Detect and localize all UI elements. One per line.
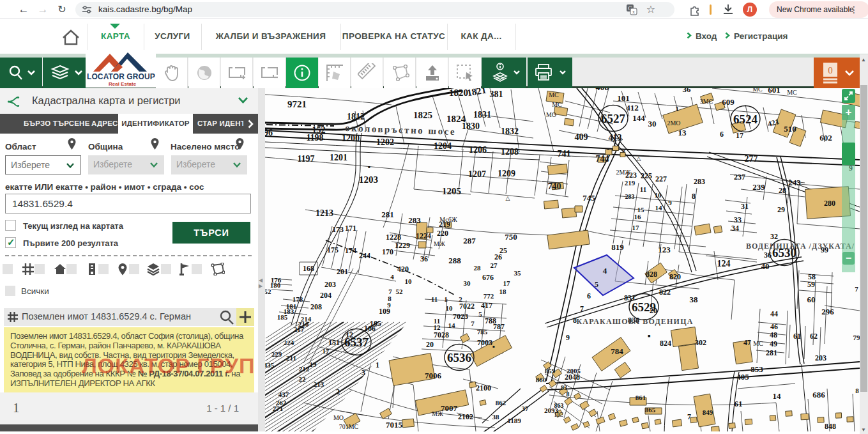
pan-tool-button[interactable] xyxy=(156,58,188,88)
locator-group-logo: LOCATOR GROUP Real Estate xyxy=(86,51,156,88)
map-label: 1825 xyxy=(413,110,432,120)
zoom-slider-handle[interactable] xyxy=(842,143,855,165)
scroll-down-arrow-icon[interactable]: ▼ xyxy=(861,427,866,433)
type-checkbox-polygon[interactable] xyxy=(192,264,202,274)
globe-tool-button[interactable] xyxy=(188,58,220,88)
home-icon[interactable] xyxy=(54,26,88,48)
map-label: МС xyxy=(549,91,559,98)
page-scrollbar[interactable]: ▲ ▼ xyxy=(860,54,868,434)
naseleno-select[interactable]: Изберете xyxy=(171,155,247,174)
site-info-icon[interactable] xyxy=(82,5,92,14)
first200-checkbox[interactable]: ✓ xyxy=(5,237,16,248)
map-label: ПС xyxy=(554,411,563,418)
current-view-checkrow[interactable]: Текущ изглед на картата xyxy=(5,220,168,231)
nav-tab-kakda[interactable]: КАК ДА... xyxy=(447,19,515,54)
result-list-item[interactable]: Поземлен имот 14831.6529.4 с. Герман xyxy=(4,308,254,326)
nav-tab-uslugi[interactable]: УСЛУГИ xyxy=(144,19,201,54)
layers-tool-button[interactable] xyxy=(43,58,89,88)
back-icon[interactable]: ← xyxy=(16,2,31,17)
map-label: 437 xyxy=(278,391,289,398)
zoom-slider-track[interactable] xyxy=(842,105,855,272)
print-dropdown-button[interactable] xyxy=(528,58,572,88)
result-add-icon[interactable] xyxy=(236,308,254,326)
nav-tab-karta[interactable]: КАРТА xyxy=(88,19,144,54)
result-zoom-icon[interactable] xyxy=(217,308,236,326)
zoom-out-button[interactable]: − xyxy=(842,252,855,265)
oblast-select[interactable]: Изберете xyxy=(5,155,81,174)
map-label: 784 xyxy=(611,346,623,356)
sidebar-collapse-chevron-icon[interactable] xyxy=(238,97,248,104)
cadastre-map[interactable]: 652765246530652965376536 972196152119812… xyxy=(265,88,868,431)
login-link[interactable]: Вход xyxy=(687,19,717,54)
pinned-extension-badge[interactable] xyxy=(710,4,712,15)
map-label: 2100 xyxy=(476,384,491,392)
page-number[interactable]: 1 xyxy=(13,400,20,416)
measure-distance-button[interactable] xyxy=(351,58,383,88)
map-label: 828 xyxy=(646,270,657,279)
map-label: 52 xyxy=(396,288,404,295)
scroll-up-arrow-icon[interactable]: ▲ xyxy=(861,57,866,63)
info-layers-dropdown-button[interactable] xyxy=(482,58,526,88)
map-label: 9721 xyxy=(287,99,307,109)
type-checkbox-building[interactable] xyxy=(66,264,77,274)
map-label: 676 xyxy=(482,273,494,282)
forward-icon[interactable]: → xyxy=(35,2,50,17)
info-tool-button[interactable] xyxy=(286,58,318,88)
sidebar-header[interactable]: Кадастрална карта и регистри xyxy=(0,88,258,114)
type-checkbox-grid[interactable] xyxy=(3,264,13,274)
map-label: 1206 xyxy=(469,145,487,155)
measure-area-button[interactable] xyxy=(319,58,351,88)
reload-icon[interactable]: ↻ xyxy=(54,2,70,17)
select-polygon-button[interactable] xyxy=(384,58,416,88)
url-bar[interactable]: kais.cadastre.bg/bg/Map G x ☆ xyxy=(75,2,674,17)
type-checkbox-layers[interactable] xyxy=(129,264,139,274)
tab-identifikator[interactable]: ИДЕНТИФИКАТОР xyxy=(118,114,193,134)
map-label: 405 xyxy=(736,372,749,382)
nav-tab-zhalbi[interactable]: ЖАЛБИ И ВЪЗРАЖЕНИЯ xyxy=(201,19,340,54)
map-label: 59 xyxy=(807,280,815,289)
watermark-text: ЛОКАТОР ГРУП xyxy=(82,353,255,378)
map-label: △ xyxy=(637,155,641,162)
download-icon[interactable] xyxy=(722,3,735,16)
nav-tab-proverka[interactable]: ПРОВЕРКА НА СТАТУС xyxy=(340,19,447,54)
zoom-in-button[interactable]: + xyxy=(842,105,855,120)
bookmark-star-icon[interactable]: ☆ xyxy=(645,3,657,15)
current-view-checkbox[interactable] xyxy=(5,220,16,231)
search-submit-button[interactable]: ТЪРСИ xyxy=(172,222,250,244)
zoom-in-box-button[interactable] xyxy=(221,58,253,88)
flag-icon xyxy=(179,263,192,275)
extensions-icon[interactable] xyxy=(689,3,701,16)
obshtina-select[interactable]: Изберете xyxy=(88,155,164,174)
map-label: ВОДЕНИЦАТА /ДЗУКАТА/ xyxy=(746,242,855,251)
profile-avatar[interactable]: Л xyxy=(743,3,757,17)
map-label: МО xyxy=(546,111,556,118)
type-checkbox-flag[interactable] xyxy=(161,264,171,274)
register-link[interactable]: Регистрация xyxy=(725,19,788,54)
all-checkbox[interactable] xyxy=(5,286,15,296)
map-label: 1820 xyxy=(449,88,468,98)
menu-kebab-icon[interactable]: ⋮ xyxy=(849,3,859,17)
identifier-input[interactable] xyxy=(5,194,251,213)
pagination-bar: 1 1 - 1 / 1 xyxy=(0,392,258,424)
map-label: 2005 xyxy=(567,367,581,375)
collapse-arrows-icon[interactable]: ◀▶ xyxy=(259,277,263,289)
zoom-out-box-button[interactable] xyxy=(254,58,286,88)
search-tool-button[interactable] xyxy=(0,58,42,88)
tabs-more-arrow-icon[interactable] xyxy=(248,120,254,128)
map-label: 13 xyxy=(678,128,687,137)
cart-counter-button[interactable]: 0 xyxy=(814,58,860,88)
tab-adres[interactable]: АДРЕС xyxy=(91,114,118,134)
sidebar-collapse-gutter[interactable]: ◀▶ xyxy=(258,88,265,431)
select-rect-button[interactable] xyxy=(449,58,481,88)
type-checkbox-pin[interactable] xyxy=(98,264,109,274)
first200-checkrow[interactable]: ✓ Първите 200 резултата xyxy=(5,237,168,249)
tab-star-ident[interactable]: СТАР ИДЕНТ xyxy=(197,114,243,134)
map-label: 11 xyxy=(431,295,438,303)
map-label: 417 xyxy=(481,301,492,310)
upload-tool-button[interactable] xyxy=(416,58,448,88)
type-checkbox-house[interactable] xyxy=(34,264,45,274)
scrollbar-thumb[interactable] xyxy=(860,85,867,392)
translate-icon[interactable]: G x xyxy=(626,4,637,15)
fullscreen-button[interactable] xyxy=(842,89,855,103)
tab-barzo-tarsene[interactable]: БЪРЗО ТЪРСЕНЕ xyxy=(24,114,90,134)
